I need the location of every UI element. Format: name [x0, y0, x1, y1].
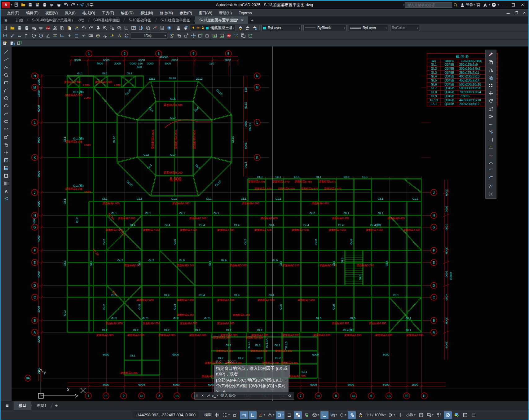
- command-bar-close-icon[interactable]: ✕: [200, 393, 205, 399]
- status-lineweight-display-icon[interactable]: [285, 411, 293, 419]
- modify-scale-icon[interactable]: [487, 105, 495, 113]
- tb2-dim-continue-icon[interactable]: [66, 33, 73, 39]
- draw-multipoint-icon[interactable]: [2, 195, 11, 203]
- menu-item-9[interactable]: 参数(P): [176, 11, 196, 15]
- menu-item-8[interactable]: 修改(M): [156, 11, 176, 15]
- tb1-make-current-icon[interactable]: [237, 25, 244, 31]
- menu-item-4[interactable]: 格式(O): [79, 11, 99, 15]
- tb1-layer-properties-icon[interactable]: [175, 25, 182, 31]
- modify-chamfer-icon[interactable]: [487, 167, 495, 175]
- tb1-zoom-realtime-icon[interactable]: [101, 25, 108, 31]
- modify-blend-icon[interactable]: [487, 182, 495, 190]
- command-bar-customize-icon[interactable]: [205, 393, 211, 399]
- tb1-properties-icon[interactable]: [123, 25, 130, 31]
- status-dynamic-ucs-icon[interactable]: [302, 411, 311, 419]
- search-expand-icon[interactable]: ▸: [403, 3, 405, 6]
- file-tab-4[interactable]: S-11柱定位平面图: [156, 16, 195, 24]
- status-object-snap-3d-icon[interactable]: ▾: [311, 411, 320, 419]
- tb2-dim-baseline-icon[interactable]: [59, 33, 66, 39]
- draw-ellipse-arc-icon[interactable]: [2, 125, 11, 133]
- window-minimize-button[interactable]: —: [499, 2, 509, 8]
- draw-insert-block-icon[interactable]: [2, 133, 11, 141]
- status-units[interactable]: 小数▾: [405, 411, 417, 419]
- tb1-new-icon[interactable]: [2, 25, 9, 31]
- tb2-center-mark-icon[interactable]: [94, 33, 101, 39]
- tb1-tool-palettes-icon[interactable]: [137, 25, 144, 31]
- qat-print-icon[interactable]: [55, 2, 62, 8]
- tb2-dim-arc-icon[interactable]: [16, 33, 23, 39]
- modify-offset-icon[interactable]: [487, 74, 495, 82]
- sign-in-caret-icon[interactable]: ▾: [474, 3, 475, 6]
- tb1-paste-icon[interactable]: [66, 25, 73, 31]
- file-tab-1[interactable]: S-01-06结构设计总说明 (一~六): [28, 16, 89, 24]
- draw-xline-icon[interactable]: [2, 55, 11, 63]
- doc-restore-button[interactable]: [512, 10, 520, 16]
- tb1-layer-states-icon[interactable]: [182, 25, 189, 31]
- menu-item-10[interactable]: 窗口(W): [196, 11, 216, 15]
- tb1-publish-icon[interactable]: [37, 25, 44, 31]
- draw-table-icon[interactable]: [2, 179, 11, 187]
- modify-erase-icon[interactable]: [487, 51, 495, 58]
- draw-region-icon[interactable]: [2, 172, 11, 179]
- status-annotation-visibility-icon[interactable]: [348, 411, 356, 419]
- sign-in-label[interactable]: 登录: [466, 2, 473, 7]
- tb2-update-fields-icon[interactable]: [247, 33, 254, 39]
- search-icon[interactable]: [452, 2, 459, 8]
- drawing-canvas[interactable]: GL1GL1GL1GL1GL1GL1GL1GL1梁面标高4.660梁面标高4.6…: [12, 46, 528, 401]
- help-caret-icon[interactable]: ▾: [498, 3, 499, 6]
- modify-stretch-icon[interactable]: [487, 113, 495, 120]
- modify-join-icon[interactable]: [487, 159, 495, 167]
- menu-item-3[interactable]: 插入(I): [61, 11, 79, 15]
- tb1-help-icon[interactable]: ?: [165, 25, 173, 31]
- file-tab-5[interactable]: S-13屋面梁布置平面图*✕: [195, 16, 248, 24]
- tb3-markup-import-icon[interactable]: [2, 40, 9, 46]
- command-line-bar[interactable]: ⠿ ✕ >_ ▾ 键入命令: [194, 392, 294, 400]
- draw-circle-icon[interactable]: [2, 94, 11, 102]
- new-drawing-tab-button[interactable]: +: [248, 16, 256, 24]
- tb2-make-block-icon[interactable]: [175, 33, 183, 39]
- modify-array-icon[interactable]: [487, 82, 495, 89]
- draw-polyline-icon[interactable]: [2, 63, 11, 71]
- modify-extend-icon[interactable]: [487, 136, 495, 144]
- tb2-dim-angular-icon[interactable]: [44, 33, 51, 39]
- tb1-open-icon[interactable]: [9, 25, 16, 31]
- status-object-snap-icon[interactable]: ▾: [276, 411, 284, 419]
- tb2-dim-diameter-icon[interactable]: [37, 33, 44, 39]
- tb2-dim-ordinate-icon[interactable]: [23, 33, 30, 39]
- tb2-image-attach-icon[interactable]: [211, 33, 218, 39]
- status-crosshair-size-icon[interactable]: [397, 411, 405, 419]
- modify-copy-icon[interactable]: [487, 58, 495, 66]
- file-tab-close-icon[interactable]: ✕: [241, 18, 244, 22]
- new-layout-button[interactable]: +: [52, 403, 61, 409]
- status-quick-properties-icon[interactable]: [417, 411, 425, 419]
- draw-spline-icon[interactable]: [2, 110, 11, 117]
- app-menu-button[interactable]: A: [2, 2, 10, 8]
- window-maximize-button[interactable]: [509, 2, 518, 8]
- tb2-dim-break-icon[interactable]: [80, 33, 87, 39]
- autodesk-logo-icon[interactable]: [482, 2, 489, 8]
- file-tabs-menu-icon[interactable]: ≡: [1, 16, 11, 24]
- layout-tab-布局1[interactable]: 布局1: [32, 401, 51, 410]
- tb2-clip-xref-icon[interactable]: [204, 33, 211, 39]
- share-label[interactable]: 共享: [86, 2, 93, 7]
- modify-break-icon[interactable]: [487, 151, 495, 159]
- tb3-compare-icon[interactable]: [16, 40, 23, 46]
- tb2-external-refs-icon[interactable]: [240, 33, 247, 39]
- status-display-lock-icon[interactable]: ▾: [426, 411, 434, 419]
- draw-ellipse-icon[interactable]: [2, 117, 11, 125]
- plotstyle-combo[interactable]: ByColor▾: [390, 25, 420, 31]
- tb2-image-clip-icon[interactable]: [218, 33, 225, 39]
- tb1-quick-calc-icon[interactable]: [158, 25, 165, 31]
- lineweight-combo[interactable]: ByLayer▾: [349, 25, 388, 31]
- model-space-canvas[interactable]: GL1GL1GL1GL1GL1GL1GL1GL1梁面标高4.660梁面标高4.6…: [12, 46, 528, 401]
- draw-polygon-icon[interactable]: [2, 71, 11, 79]
- status-workspace-switching-icon[interactable]: ▾: [387, 411, 396, 419]
- qat-publish-icon[interactable]: [48, 2, 55, 8]
- status-dynamic-input-icon[interactable]: [240, 411, 248, 419]
- status-isolate-objects-icon[interactable]: [435, 411, 443, 419]
- help-search-input[interactable]: [405, 2, 452, 8]
- tb1-cut-icon[interactable]: [51, 25, 59, 31]
- status-grid-display-icon[interactable]: [213, 411, 221, 419]
- qat-save-as-icon[interactable]: [34, 2, 41, 8]
- status-ortho-mode-icon[interactable]: [249, 411, 257, 419]
